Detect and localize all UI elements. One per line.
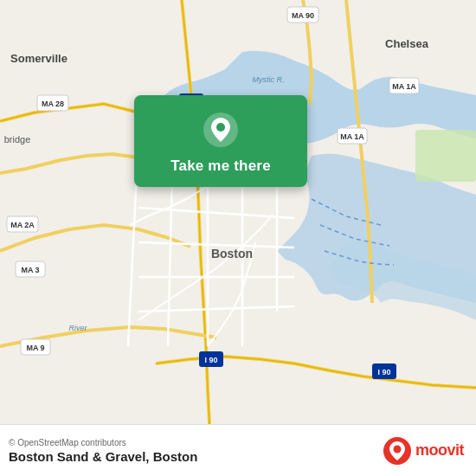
svg-text:MA 90: MA 90	[292, 11, 314, 20]
svg-text:MA 1A: MA 1A	[340, 132, 364, 141]
moovit-logo: moovit	[383, 436, 464, 466]
svg-text:Somerville: Somerville	[10, 52, 68, 65]
map-area: MA 28 MA 28 MA 90 I 93 MA 2A MA 3 MA 9 I…	[0, 0, 476, 424]
popup-card[interactable]: Take me there	[134, 95, 307, 187]
svg-point-33	[393, 445, 401, 453]
svg-text:River: River	[68, 324, 87, 332]
svg-text:Boston: Boston	[211, 247, 253, 261]
copyright-text: © OpenStreetMap contributors	[9, 438, 197, 447]
svg-rect-28	[415, 130, 476, 182]
moovit-brand-icon	[383, 436, 412, 466]
svg-text:MA 1A: MA 1A	[392, 82, 416, 91]
svg-text:MA 3: MA 3	[21, 266, 39, 274]
svg-text:MA 28: MA 28	[42, 100, 64, 108]
moovit-label: moovit	[415, 441, 464, 460]
footer-bar: © OpenStreetMap contributors Boston Sand…	[0, 424, 476, 476]
location-pin-icon	[202, 111, 240, 149]
svg-text:Chelsea: Chelsea	[385, 37, 429, 50]
svg-text:MA 9: MA 9	[26, 344, 44, 352]
svg-text:bridge: bridge	[4, 134, 31, 145]
svg-text:Mystic R.: Mystic R.	[253, 75, 285, 84]
location-name: Boston Sand & Gravel, Boston	[9, 449, 197, 464]
svg-point-31	[216, 123, 225, 132]
svg-text:MA 2A: MA 2A	[10, 221, 35, 229]
svg-text:I 90: I 90	[204, 356, 217, 364]
take-me-there-button[interactable]: Take me there	[170, 158, 271, 175]
footer-info: © OpenStreetMap contributors Boston Sand…	[9, 438, 197, 464]
svg-text:I 90: I 90	[377, 368, 390, 376]
map-svg: MA 28 MA 28 MA 90 I 93 MA 2A MA 3 MA 9 I…	[0, 0, 476, 424]
